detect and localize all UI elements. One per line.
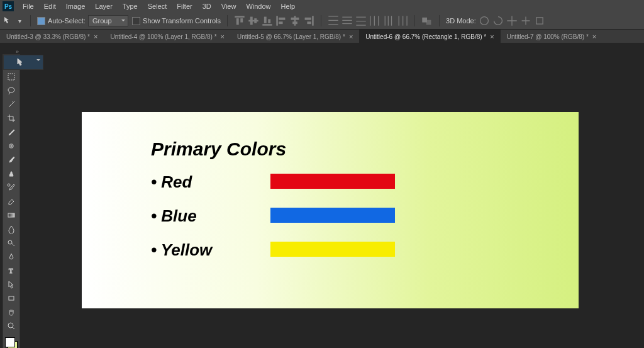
3d-pan-icon[interactable] <box>506 15 518 26</box>
healing-brush-tool[interactable] <box>3 139 19 153</box>
menu-3d[interactable]: 3D <box>197 0 216 13</box>
svg-rect-20 <box>328 24 338 25</box>
svg-rect-15 <box>312 16 314 25</box>
align-right-icon[interactable] <box>303 15 314 26</box>
menu-layer[interactable]: Layer <box>90 0 118 13</box>
rectangle-tool[interactable] <box>3 291 19 305</box>
menu-window[interactable]: Window <box>241 0 275 13</box>
distribute-top-icon[interactable] <box>328 15 339 26</box>
type-tool[interactable]: T <box>3 264 19 278</box>
zoom-tool[interactable] <box>3 319 19 333</box>
history-brush-tool[interactable] <box>3 181 19 194</box>
doc-tab[interactable]: Untitled-3 @ 33.3% (RGB/8) *× <box>0 30 104 43</box>
divider <box>321 15 321 26</box>
tab-close-icon[interactable]: × <box>490 33 494 40</box>
move-tool[interactable] <box>3 55 43 70</box>
svg-rect-8 <box>268 19 270 23</box>
3d-roll-icon[interactable] <box>492 15 504 26</box>
svg-rect-16 <box>305 18 311 20</box>
3d-slide-icon[interactable] <box>520 15 531 26</box>
svg-rect-19 <box>328 20 338 21</box>
menu-help[interactable]: Help <box>276 0 301 13</box>
3d-mode-label: 3D Mode: <box>446 17 476 25</box>
svg-rect-2 <box>240 18 243 22</box>
dropdown-icon[interactable]: ▾ <box>15 16 24 25</box>
tab-close-icon[interactable]: × <box>221 33 225 40</box>
distribute-bottom-icon[interactable] <box>355 15 367 26</box>
auto-align-group <box>421 13 433 29</box>
align-top-icon[interactable] <box>234 15 245 26</box>
svg-rect-12 <box>294 16 296 25</box>
lasso-tool[interactable] <box>3 84 19 98</box>
magic-wand-tool[interactable] <box>3 98 19 111</box>
hand-tool[interactable] <box>3 305 19 319</box>
crop-tool[interactable] <box>3 111 19 125</box>
eraser-tool[interactable] <box>3 194 19 208</box>
tab-label: Untitled-7 @ 100% (RGB/8) * <box>507 33 589 40</box>
svg-rect-40 <box>8 74 14 80</box>
align-left-icon[interactable] <box>275 15 287 26</box>
move-tool-icon <box>4 16 13 25</box>
menu-type[interactable]: Type <box>118 0 143 13</box>
distribute-left-icon[interactable] <box>369 15 380 26</box>
distribute-vcenter-icon[interactable] <box>341 15 353 26</box>
svg-rect-39 <box>536 18 543 24</box>
3d-orbit-icon[interactable] <box>479 15 490 26</box>
path-selection-tool[interactable] <box>3 278 19 291</box>
menu-edit[interactable]: Edit <box>39 0 61 13</box>
marquee-tool[interactable] <box>3 70 19 84</box>
distribute-hcenter-icon[interactable] <box>383 15 394 26</box>
dodge-tool[interactable] <box>3 236 19 250</box>
distribute-right-icon[interactable] <box>397 15 408 26</box>
panel-grip-icon[interactable]: » <box>3 49 19 54</box>
align-bottom-icon[interactable] <box>262 15 273 26</box>
doc-tab[interactable]: Untitled-7 @ 100% (RGB/8) *× <box>501 30 603 43</box>
document-canvas[interactable]: Primary Colors • Red • Blue • Yellow <box>82 112 579 308</box>
canvas-title-text: Primary Colors <box>151 138 286 160</box>
gradient-tool[interactable] <box>3 208 19 222</box>
divider <box>227 15 228 26</box>
svg-rect-28 <box>374 16 375 25</box>
foreground-color-swatch[interactable] <box>5 337 15 347</box>
svg-rect-26 <box>356 25 365 25</box>
svg-point-41 <box>8 87 14 93</box>
doc-tab[interactable]: Untitled-5 @ 66.7% (Layer 1, RGB/8) *× <box>231 30 359 43</box>
menu-select[interactable]: Select <box>143 0 172 13</box>
svg-rect-32 <box>391 16 392 25</box>
menu-view[interactable]: View <box>216 0 242 13</box>
color-swatches[interactable] <box>3 335 19 348</box>
tab-close-icon[interactable]: × <box>349 33 353 40</box>
3d-scale-icon[interactable] <box>534 15 545 26</box>
canvas-bullet-label: • Blue <box>151 206 197 226</box>
auto-select-dropdown[interactable]: Group <box>88 15 128 26</box>
svg-rect-0 <box>235 16 244 18</box>
eyedropper-tool[interactable] <box>3 125 19 139</box>
svg-rect-29 <box>378 16 379 25</box>
svg-rect-37 <box>426 20 431 25</box>
auto-align-icon[interactable] <box>421 15 433 26</box>
menu-file[interactable]: File <box>18 0 39 13</box>
svg-point-43 <box>8 184 10 186</box>
svg-point-38 <box>480 17 488 25</box>
svg-rect-14 <box>292 21 297 24</box>
svg-rect-47 <box>9 296 14 300</box>
tab-close-icon[interactable]: × <box>592 33 596 40</box>
brush-tool[interactable] <box>3 153 19 167</box>
blur-tool[interactable] <box>3 222 19 236</box>
svg-rect-13 <box>291 18 299 20</box>
align-vcenter-icon[interactable] <box>248 15 259 26</box>
pen-tool[interactable] <box>3 250 19 264</box>
show-transform-checkbox[interactable] <box>132 17 140 25</box>
svg-rect-21 <box>342 17 352 18</box>
menu-image[interactable]: Image <box>61 0 91 13</box>
svg-rect-4 <box>250 17 253 25</box>
auto-select-checkbox[interactable] <box>37 17 45 25</box>
align-hcenter-icon[interactable] <box>289 15 301 26</box>
clone-stamp-tool[interactable] <box>3 167 19 181</box>
menu-filter[interactable]: Filter <box>172 0 197 13</box>
doc-tab[interactable]: Untitled-4 @ 100% (Layer 1, RGB/8) *× <box>104 30 231 43</box>
svg-rect-25 <box>356 21 365 21</box>
doc-tab-active[interactable]: Untitled-6 @ 66.7% (Rectangle 1, RGB/8) … <box>359 30 500 43</box>
menu-bar: Ps File Edit Image Layer Type Select Fil… <box>0 0 644 13</box>
tab-close-icon[interactable]: × <box>94 33 97 40</box>
